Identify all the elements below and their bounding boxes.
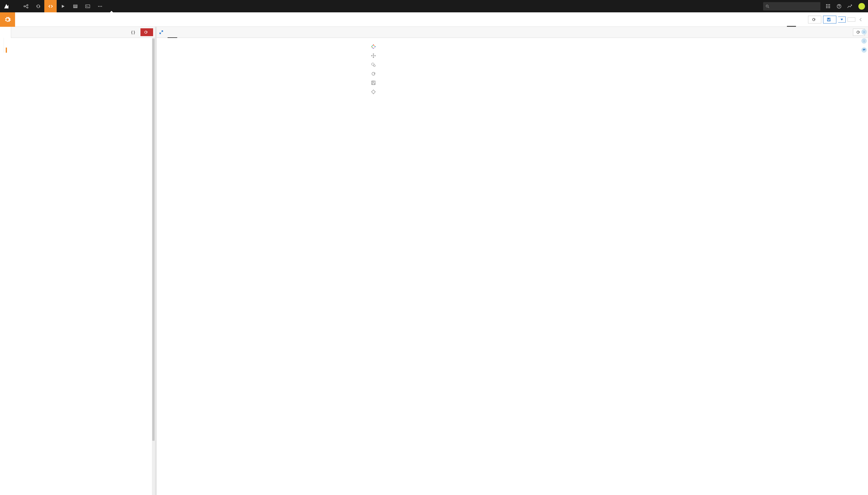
top-navbar (0, 0, 868, 12)
tab-history[interactable] (796, 12, 805, 27)
preview-panel (157, 27, 868, 495)
terminal-icon[interactable] (81, 0, 94, 12)
crosshair-tool-icon[interactable] (370, 88, 377, 95)
preview-tab-log[interactable] (187, 27, 197, 38)
code-icon[interactable] (44, 0, 57, 12)
svg-point-27 (373, 48, 374, 49)
side-add-icon[interactable]: + (862, 29, 867, 35)
save-dropdown[interactable] (838, 17, 846, 22)
bokeh-logo-icon[interactable] (370, 44, 377, 50)
save-icon (827, 18, 831, 21)
pan-tool-icon[interactable] (370, 52, 377, 59)
expand-icon[interactable] (159, 30, 167, 34)
braces-icon: { } (131, 30, 135, 34)
chart-svg (247, 42, 368, 163)
svg-rect-15 (828, 6, 829, 6)
activity-icon[interactable] (845, 4, 855, 8)
svg-rect-6 (86, 5, 90, 8)
line-gutter (0, 38, 4, 53)
code-samples-button[interactable]: { } (128, 30, 141, 34)
reset-tool-icon[interactable] (370, 70, 377, 77)
svg-rect-4 (73, 6, 77, 7)
save-tool-icon[interactable] (370, 80, 377, 86)
preview-pane (157, 38, 868, 495)
svg-rect-37 (372, 83, 375, 85)
collapse-arrow-icon[interactable] (858, 17, 868, 22)
svg-point-7 (98, 6, 99, 6)
bokeh-toolbar (370, 44, 377, 95)
tab-view[interactable] (778, 12, 787, 27)
nav-tab-webapps[interactable] (106, 0, 117, 12)
code-highlight-box (6, 48, 7, 52)
refresh-icon (812, 18, 816, 21)
svg-point-0 (24, 6, 25, 7)
svg-point-32 (372, 45, 373, 46)
refresh-icon (856, 30, 860, 34)
preview-tab-settings[interactable] (197, 27, 206, 38)
play-icon[interactable] (57, 0, 69, 12)
svg-rect-16 (829, 6, 830, 6)
scatter-chart (247, 41, 368, 163)
apps-grid-icon[interactable] (823, 4, 834, 9)
svg-point-8 (99, 6, 100, 6)
svg-rect-12 (828, 4, 829, 5)
svg-rect-18 (828, 7, 829, 8)
svg-rect-19 (829, 7, 830, 8)
save-button[interactable] (823, 16, 836, 23)
wheel-zoom-tool-icon[interactable] (370, 62, 377, 68)
tab-edit[interactable] (787, 12, 796, 27)
svg-point-34 (373, 65, 375, 67)
editor-scrollbar[interactable] (152, 38, 155, 495)
svg-rect-3 (73, 5, 77, 6)
circle-arrows-icon[interactable] (32, 0, 44, 12)
help-icon[interactable] (834, 4, 845, 9)
search-icon (766, 4, 769, 8)
stack-icon[interactable] (69, 0, 81, 12)
svg-rect-24 (828, 20, 830, 21)
svg-point-25 (373, 45, 374, 46)
svg-point-29 (374, 45, 375, 46)
editor-tab-python[interactable] (0, 27, 11, 38)
backend-button[interactable] (141, 28, 153, 36)
user-avatar[interactable] (858, 3, 865, 10)
svg-point-10 (766, 5, 768, 7)
svg-point-26 (375, 46, 376, 47)
more-icon[interactable] (94, 0, 106, 12)
svg-point-31 (372, 47, 373, 48)
actions-button[interactable] (848, 17, 855, 22)
svg-rect-14 (826, 6, 827, 6)
side-info-icon[interactable]: i (862, 38, 867, 44)
preview-tab-preview[interactable] (167, 27, 177, 38)
dataiku-logo[interactable] (0, 0, 12, 12)
editor-panel: { } (0, 27, 157, 495)
svg-rect-13 (829, 4, 830, 5)
tab-summary[interactable] (769, 12, 778, 27)
search-input[interactable] (771, 4, 818, 8)
svg-rect-23 (828, 18, 830, 19)
preview-tab-python[interactable] (177, 27, 187, 38)
code-body[interactable] (4, 38, 28, 53)
svg-point-30 (374, 47, 375, 48)
flow-icon[interactable] (20, 0, 32, 12)
code-editor[interactable] (0, 38, 155, 495)
chevron-down-icon (840, 19, 843, 20)
svg-rect-11 (826, 4, 827, 5)
refresh-icon (144, 30, 148, 34)
svg-point-9 (101, 6, 102, 6)
svg-point-1 (27, 4, 28, 6)
svg-rect-5 (73, 7, 77, 8)
side-chat-icon[interactable] (862, 47, 867, 53)
svg-point-38 (372, 90, 375, 93)
svg-point-21 (839, 7, 839, 7)
webapp-gear-icon[interactable] (0, 12, 15, 27)
svg-point-2 (27, 7, 28, 8)
page-tabs (769, 12, 805, 27)
svg-point-28 (371, 46, 373, 47)
refresh-button[interactable] (808, 16, 821, 23)
side-rail: + i (860, 27, 868, 53)
title-bar (0, 12, 868, 27)
svg-rect-17 (826, 7, 827, 8)
svg-rect-36 (372, 81, 374, 82)
global-search[interactable] (763, 2, 820, 11)
